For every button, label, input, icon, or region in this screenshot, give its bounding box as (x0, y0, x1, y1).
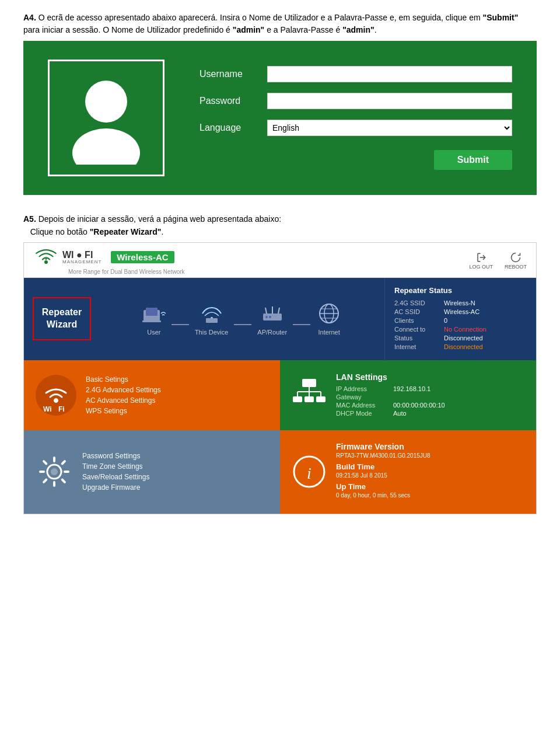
a4-label: A4. (23, 13, 36, 22)
firmware-info: Firmware Version RPTA3-7TW.M4300.01.G0.2… (336, 442, 430, 502)
firmware-version-value: RPTA3-7TW.M4300.01.G0.2015JU8 (336, 452, 430, 459)
wifi-settings-icon: Wi Fi (38, 378, 74, 413)
svg-text:Fi: Fi (58, 405, 65, 413)
lan-ip-row: IP Address 192.168.10.1 (336, 385, 445, 392)
wifi-settings-cell: Wi Fi Basic Setings 2.4G Advanced Settin… (24, 360, 280, 430)
language-label: Language (200, 123, 258, 133)
uptime-value: 0 day, 0 hour, 0 min, 55 secs (336, 492, 430, 499)
lan-gateway-label: Gateway (336, 393, 388, 400)
lan-dhcp-value: Auto (393, 410, 407, 417)
router-label: AP/Router (257, 329, 287, 336)
net-line-3 (293, 324, 310, 325)
device-label: This Device (195, 329, 228, 336)
reboot-button[interactable]: REBOOT (505, 252, 527, 270)
internet-status-value: Disconnected (444, 343, 483, 350)
svg-rect-5 (146, 308, 158, 316)
repeater-status-title: Repeater Status (394, 286, 527, 295)
internet-node-icon (316, 302, 342, 325)
clients-label: Clients (394, 317, 444, 324)
save-reload-link[interactable]: Save/Reload Settings (82, 473, 149, 481)
timezone-settings-link[interactable]: Time Zone Settings (82, 462, 149, 471)
internet-node: Internet (316, 302, 342, 336)
repeater-wizard-button[interactable]: RepeaterWizard (33, 297, 91, 340)
status-row-connect: Connect to No Connection (394, 326, 527, 333)
svg-line-10 (265, 308, 267, 313)
clients-value: 0 (444, 317, 447, 324)
build-time-value: 09:21:58 Jul 8 2015 (336, 472, 430, 479)
password-label: Password (200, 96, 258, 106)
svg-rect-8 (206, 318, 218, 323)
lan-dhcp-label: DHCP Mode (336, 410, 388, 417)
wifi-tagline: More Range for Dual Band Wireless Networ… (68, 269, 185, 275)
a5-description: A5. Depois de iniciar a sessão, verá a p… (23, 212, 537, 239)
wifi-management-panel: WI ● FI MANAGEMENT Wireless-AC More Rang… (23, 242, 537, 514)
svg-point-1 (72, 128, 140, 165)
password-input[interactable] (267, 93, 512, 109)
firmware-version-title: Firmware Version (336, 442, 430, 451)
router-node: AP/Router (257, 302, 287, 336)
avatar (48, 60, 164, 176)
ssid-2g-label: 2.4G SSID (394, 299, 444, 306)
wifi-fi-text: WI ● FI (62, 250, 102, 260)
login-form: Username Password Language English Chine… (200, 66, 512, 170)
submit-button[interactable]: Submit (434, 150, 512, 170)
password-row: Password (200, 93, 512, 109)
svg-point-0 (85, 81, 127, 123)
username-row: Username (200, 66, 512, 82)
device-node-icon (199, 302, 225, 325)
ac-ssid-value: Wireless-AC (444, 308, 480, 315)
ac-ssid-label: AC SSID (394, 308, 444, 315)
submit-row: Submit (200, 150, 512, 170)
svg-rect-27 (293, 396, 302, 402)
repeater-wizard-cell: RepeaterWizard (24, 278, 100, 360)
lan-ip-value: 192.168.10.1 (393, 385, 430, 392)
management-text: MANAGEMENT (62, 260, 102, 265)
reboot-label: REBOOT (505, 264, 527, 270)
status-label: Status (394, 335, 444, 342)
wifi-settings-links: Basic Setings 2.4G Advanced Settings AC … (86, 375, 161, 415)
status-row-status: Status Disconnected (394, 335, 527, 342)
wifi-main-grid: RepeaterWizard User (24, 278, 536, 514)
wps-settings-link[interactable]: WPS Setings (86, 407, 161, 415)
basic-settings-link[interactable]: Basic Setings (86, 375, 161, 384)
username-input[interactable] (267, 66, 512, 82)
connect-label: Connect to (394, 326, 444, 333)
language-row: Language English Chinese French German S… (200, 120, 512, 136)
svg-point-14 (269, 316, 271, 318)
svg-rect-29 (304, 396, 314, 402)
logout-button[interactable]: LOG OUT (469, 252, 493, 270)
user-node: User (142, 302, 166, 336)
lan-settings-title: LAN Settings (336, 372, 445, 382)
wireless-ac-badge: Wireless-AC (111, 251, 174, 263)
wifi-header-right: LOG OUT REBOOT (469, 252, 527, 270)
wifi-header: WI ● FI MANAGEMENT Wireless-AC More Rang… (24, 243, 536, 278)
firmware-cell: i Firmware Version RPTA3-7TW.M4300.01.G0… (280, 430, 536, 514)
lan-dhcp-row: DHCP Mode Auto (336, 410, 445, 417)
ac-advanced-link[interactable]: AC Advanced Settings (86, 396, 161, 405)
password-settings-link[interactable]: Password Settings (82, 452, 149, 460)
lan-settings-cell: LAN Settings IP Address 192.168.10.1 Gat… (280, 360, 536, 430)
network-diagram: User This Device (100, 278, 384, 360)
connect-value: No Connection (444, 326, 487, 333)
language-select[interactable]: English Chinese French German Spanish (267, 120, 512, 136)
wifi-logo-area: WI ● FI MANAGEMENT Wireless-AC (33, 248, 185, 267)
wifi-top-row: RepeaterWizard User (24, 278, 536, 360)
2g-advanced-link[interactable]: 2.4G Advanced Settings (86, 386, 161, 394)
lan-mac-label: MAC Address (336, 402, 388, 409)
info-icon: i (292, 454, 327, 489)
svg-rect-6 (142, 320, 161, 322)
wifi-settings-logo: Wi Fi (36, 375, 76, 416)
svg-point-2 (46, 258, 47, 260)
lan-info: LAN Settings IP Address 192.168.10.1 Gat… (336, 372, 445, 418)
net-line-1 (172, 324, 189, 325)
svg-point-13 (265, 316, 268, 318)
upgrade-firmware-link[interactable]: Upgrade Firmware (82, 483, 149, 492)
lan-settings-icon (292, 378, 327, 413)
status-row-ac: AC SSID Wireless-AC (394, 308, 527, 315)
repeater-status-panel: Repeater Status 2.4G SSID Wireless-N AC … (384, 278, 536, 360)
device-node: This Device (195, 302, 228, 336)
username-label: Username (200, 69, 258, 79)
sys-settings-cell: Password Settings Time Zone Settings Sav… (24, 430, 280, 514)
status-row-2g: 2.4G SSID Wireless-N (394, 299, 527, 306)
router-node-icon (261, 302, 284, 325)
